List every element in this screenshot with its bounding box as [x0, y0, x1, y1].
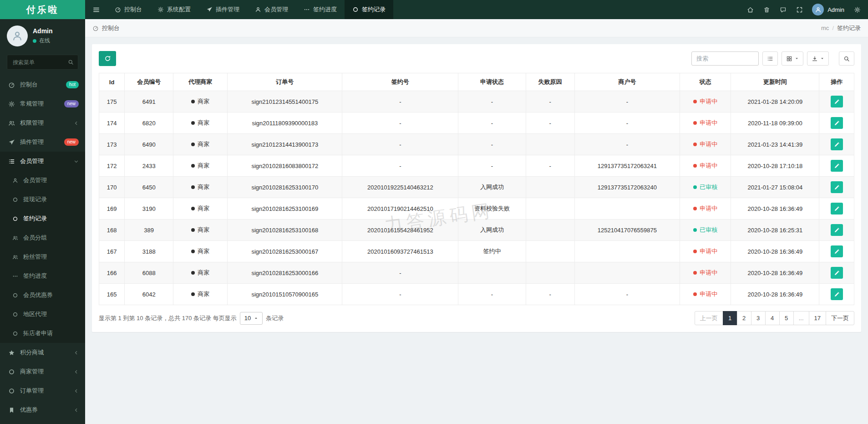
page-number-button[interactable]: 2 [737, 311, 751, 325]
sidebar-item-addon[interactable]: 插件管理new [0, 133, 85, 152]
home-button[interactable] [742, 0, 758, 19]
caret-down-icon [820, 56, 824, 61]
edit-button[interactable] [831, 96, 843, 107]
sidebar-subitem-fans[interactable]: 粉丝管理 [0, 247, 85, 266]
column-header[interactable]: 更新时间 [731, 73, 819, 91]
sidebar-item-coupon[interactable]: 优惠券 [0, 400, 85, 419]
page-number-button[interactable]: 4 [765, 311, 780, 325]
table-row: 1666088商家sign20102816253000166-申请中2020-1… [99, 262, 854, 284]
sidebar-subitem-shop-apply[interactable]: 拓店者申请 [0, 324, 85, 343]
sidebar-item-user[interactable]: 会员管理 [0, 152, 85, 171]
sidebar-subitem-user-group[interactable]: 会员分组 [0, 228, 85, 247]
menu-toggle-button[interactable] [85, 0, 107, 19]
top-nav-addon[interactable]: 插件管理 [198, 0, 247, 19]
columns-toggle-button[interactable] [762, 51, 778, 66]
top-nav-sign-progress[interactable]: 签约进度 [296, 0, 345, 19]
edit-button[interactable] [831, 203, 843, 215]
top-nav-sign-log[interactable]: 签约记录 [345, 0, 393, 19]
gear-icon [157, 6, 164, 13]
edit-button[interactable] [831, 117, 843, 129]
chevron-left-icon [74, 369, 79, 374]
page-number-button[interactable]: 3 [751, 311, 766, 325]
sidebar-item-order[interactable]: 订单管理 [0, 381, 85, 400]
user-avatar[interactable] [7, 26, 28, 46]
edit-button[interactable] [831, 245, 843, 257]
page-number-button[interactable]: 5 [779, 311, 794, 325]
cell-updated: 2020-10-28 17:10:18 [731, 155, 819, 177]
settings-button[interactable] [849, 0, 865, 19]
badge-new: new [64, 100, 79, 107]
top-nav-dashboard[interactable]: 控制台 [107, 0, 150, 19]
edit-icon [834, 142, 840, 148]
column-header[interactable]: Id [99, 73, 125, 91]
brand-logo[interactable]: 付乐啦 [0, 0, 85, 19]
cell-updated: 2021-01-27 15:08:04 [731, 177, 819, 198]
column-header[interactable]: 状态 [680, 73, 731, 91]
refresh-button[interactable] [99, 51, 116, 66]
sidebar-subitem-user[interactable]: 会员管理 [0, 171, 85, 190]
sidebar-item-merchant[interactable]: 商家管理 [0, 362, 85, 381]
edit-button[interactable] [831, 138, 843, 150]
page-number-button[interactable]: 17 [809, 311, 826, 325]
topbar-user-menu[interactable]: Admin [807, 4, 849, 15]
records-table: Id会员编号代理商家订单号签约号申请状态失败原因商户号状态更新时间操作 1756… [99, 73, 854, 305]
view-dropdown-button[interactable] [782, 51, 803, 66]
column-header[interactable]: 申请状态 [458, 73, 526, 91]
top-nav-user[interactable]: 会员管理 [247, 0, 296, 19]
edit-button[interactable] [831, 267, 843, 279]
merchant-tag: 商家 [191, 97, 209, 106]
sidebar-item-auth[interactable]: 权限管理 [0, 113, 85, 133]
sidebar-item-dashboard[interactable]: 控制台hot [0, 75, 85, 94]
column-header[interactable]: 会员编号 [125, 73, 173, 91]
column-header[interactable]: 签约号 [342, 73, 458, 91]
badge-hot: hot [66, 81, 79, 88]
page-number-button[interactable]: 1 [723, 311, 737, 325]
edit-button[interactable] [831, 288, 843, 300]
edit-button[interactable] [831, 181, 843, 193]
cell-merchant-no: 125210417076559875 [574, 220, 680, 241]
sidebar-subitem-sign-log[interactable]: 签约记录 [0, 209, 85, 228]
advanced-search-button[interactable] [839, 51, 854, 66]
cell-order-no: sign20111809390000183 [228, 112, 342, 134]
sidebar-subitem-withdraw-log[interactable]: 提现记录 [0, 190, 85, 209]
cell-operate [819, 262, 854, 284]
table-search-input[interactable] [691, 51, 759, 66]
status-dot-icon [693, 185, 697, 189]
merchant-tag: 商家 [191, 162, 209, 170]
column-header[interactable]: 失败原因 [526, 73, 574, 91]
page-size-value: 10 [244, 315, 251, 322]
column-header[interactable]: 订单号 [228, 73, 342, 91]
cell-member-no: 6450 [125, 177, 173, 198]
message-button[interactable] [775, 0, 791, 19]
edit-icon [834, 291, 840, 297]
edit-button[interactable] [831, 224, 843, 236]
cell-id: 170 [99, 177, 125, 198]
sidebar-item-general[interactable]: 常规管理new [0, 94, 85, 113]
column-header[interactable]: 操作 [819, 73, 854, 91]
record-icon [352, 6, 359, 13]
trash-button[interactable] [758, 0, 775, 19]
page-prev-button[interactable]: 上一页 [695, 311, 723, 325]
cell-status: 申请中 [680, 241, 731, 262]
topbar: 付乐啦 控制台系统配置插件管理会员管理签约进度签约记录 Admin [0, 0, 868, 19]
top-nav-label: 签约进度 [313, 5, 337, 14]
page-next-button[interactable]: 下一页 [826, 311, 854, 325]
cell-sign-no: 20201016155428461952 [342, 220, 458, 241]
page-size-select[interactable]: 10 [240, 312, 263, 325]
cell-merchant-no [574, 262, 680, 284]
export-dropdown-button[interactable] [807, 51, 829, 66]
sidebar-subitem-user-coupon[interactable]: 会员优惠券 [0, 286, 85, 305]
cell-merchant-no: 129137735172063240 [574, 177, 680, 198]
edit-icon [834, 249, 840, 255]
status-badge: 申请中 [693, 290, 717, 298]
column-header[interactable]: 代理商家 [173, 73, 228, 91]
sidebar-subitem-area-agent[interactable]: 地区代理 [0, 305, 85, 324]
table-card: 力答源码网 [92, 44, 861, 332]
fullscreen-button[interactable] [791, 0, 807, 19]
edit-button[interactable] [831, 160, 843, 172]
sidebar-subitem-sign-progress[interactable]: 签约进度 [0, 266, 85, 286]
column-header[interactable]: 商户号 [574, 73, 680, 91]
sidebar-item-score-mall[interactable]: 积分商城 [0, 343, 85, 362]
top-nav-config[interactable]: 系统配置 [150, 0, 198, 19]
breadcrumb-home[interactable]: 控制台 [92, 24, 120, 32]
